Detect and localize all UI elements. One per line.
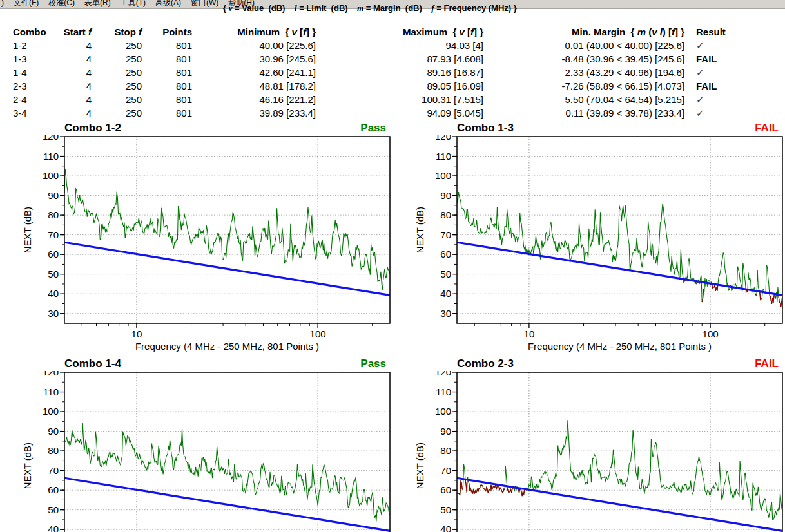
- next-plot: 1201101009080706050403010100Frequency (4…: [392, 371, 784, 532]
- legend-line: { v = Value (dB) l = Limit (dB) m = Marg…: [223, 3, 517, 14]
- chart-row-top: Combo 1-2 Pass 1201101009080706050403010…: [0, 121, 785, 353]
- cell-start_f: 4: [59, 93, 92, 106]
- cell-result: ✓: [684, 39, 740, 52]
- chart-status-badge: Pass: [360, 357, 386, 370]
- svg-text:70: 70: [48, 229, 59, 240]
- cell-min_margin: 2.33 (43.29 < 40.96) [194.6]: [483, 66, 684, 79]
- table-row: 2-4425080146.16 [221.2]100.31 [7.515]5.5…: [13, 93, 785, 106]
- cell-maximum: 89.16 [16.87]: [316, 66, 483, 79]
- svg-text:90: 90: [440, 190, 451, 201]
- column-header: Maximum { v [f] }: [316, 25, 483, 39]
- column-header: Combo: [13, 25, 59, 39]
- column-header: Points: [142, 25, 192, 39]
- cell-stop_f: 250: [92, 79, 142, 93]
- svg-text:70: 70: [48, 465, 59, 476]
- chart-title: Combo 1-4: [64, 357, 121, 370]
- cell-combo: 2-3: [13, 79, 59, 93]
- menu-item[interactable]: 窗口(W): [191, 0, 218, 8]
- menu-item[interactable]: 文件(F): [14, 0, 39, 8]
- cell-combo: 1-4: [13, 66, 59, 79]
- svg-text:10: 10: [131, 328, 142, 339]
- svg-text:30: 30: [440, 308, 451, 319]
- menu-item[interactable]: 表单(R): [84, 0, 111, 8]
- table-row: 1-2425080140.00 [225.6]94.03 [4]0.01 (40…: [13, 39, 785, 52]
- next-plot: 1201101009080706050403010100Frequency (4…: [392, 135, 784, 353]
- cell-stop_f: 250: [92, 93, 142, 106]
- cell-minimum: 46.16 [221.2]: [192, 93, 316, 106]
- cell-maximum: 94.03 [4]: [316, 39, 483, 52]
- svg-text:80: 80: [440, 445, 451, 456]
- x-axis-label: Frequency (4 MHz - 250 MHz, 801 Points ): [135, 341, 319, 352]
- svg-text:100: 100: [310, 328, 326, 339]
- app-window: )文件(F)校准(C)表单(R)工具(T)高级(A)窗口(W)帮助(H) { v…: [0, 0, 785, 532]
- y-axis-label: NEXT (dB): [22, 207, 33, 253]
- svg-text:50: 50: [48, 269, 59, 280]
- svg-text:70: 70: [440, 229, 451, 240]
- y-axis-label: NEXT (dB): [414, 442, 425, 489]
- cell-min_margin: 0.11 (39.89 < 39.78) [233.4]: [483, 106, 684, 120]
- cell-start_f: 4: [59, 66, 92, 79]
- cell-points: 801: [142, 39, 192, 52]
- cell-minimum: 42.60 [241.1]: [192, 66, 316, 79]
- menu-item[interactable]: 工具(T): [121, 0, 146, 8]
- cell-combo: 1-3: [13, 52, 59, 66]
- svg-text:90: 90: [440, 426, 451, 437]
- svg-text:40: 40: [440, 288, 451, 299]
- cell-maximum: 89.05 [16.09]: [316, 79, 483, 93]
- cell-result: ✓: [684, 93, 740, 106]
- svg-text:100: 100: [43, 170, 59, 181]
- menu-item[interactable]: 高级(A): [155, 0, 181, 8]
- chart-title: Combo 2-3: [457, 357, 514, 370]
- column-header: Stop f: [92, 25, 142, 39]
- cell-points: 801: [142, 93, 192, 106]
- table-body: 1-2425080140.00 [225.6]94.03 [4]0.01 (40…: [13, 39, 785, 120]
- chart-header: Combo 1-2 Pass: [0, 121, 392, 135]
- svg-text:100: 100: [703, 328, 719, 339]
- cell-maximum: 87.93 [4.608]: [316, 52, 483, 66]
- svg-text:80: 80: [440, 209, 451, 220]
- cell-minimum: 30.96 [245.6]: [192, 52, 316, 66]
- svg-text:90: 90: [48, 426, 59, 437]
- svg-text:100: 100: [435, 170, 451, 181]
- table-row: 1-3425080130.96 [245.6]87.93 [4.608]-8.4…: [13, 52, 785, 66]
- svg-text:80: 80: [48, 445, 59, 456]
- chart-header: Combo 1-3 FAIL: [392, 121, 785, 135]
- cell-stop_f: 250: [92, 39, 142, 52]
- menu-item[interactable]: 校准(C): [48, 0, 75, 8]
- cell-min_margin: 5.50 (70.04 < 64.54) [5.215]: [483, 93, 684, 106]
- cell-stop_f: 250: [92, 66, 142, 79]
- svg-text:100: 100: [43, 406, 59, 417]
- cell-min_margin: -8.48 (30.96 < 39.45) [245.6]: [483, 52, 684, 66]
- svg-text:50: 50: [440, 504, 451, 515]
- column-header: Result: [684, 25, 740, 39]
- svg-text:110: 110: [43, 386, 59, 397]
- cell-maximum: 94.09 [5.045]: [316, 106, 483, 120]
- cell-points: 801: [142, 79, 192, 93]
- column-header: Start f: [59, 25, 92, 39]
- svg-text:100: 100: [435, 406, 451, 417]
- column-header: Minimum { v [f] }: [192, 25, 316, 39]
- cell-stop_f: 250: [92, 106, 142, 120]
- chart-title: Combo 1-2: [64, 122, 121, 135]
- cell-points: 801: [142, 66, 192, 79]
- svg-text:40: 40: [440, 524, 451, 532]
- cell-result: ✓: [684, 66, 740, 79]
- chart-status-badge: FAIL: [755, 357, 779, 370]
- svg-text:110: 110: [436, 386, 451, 397]
- y-axis-label: NEXT (dB): [22, 442, 33, 489]
- table-row: 3-4425080139.89 [233.4]94.09 [5.045]0.11…: [13, 106, 785, 120]
- chart-header: Combo 2-3 FAIL: [392, 357, 785, 371]
- column-header: Min. Margin { m (v l) [f] }: [483, 25, 684, 39]
- chart-header: Combo 1-4 Pass: [0, 357, 392, 371]
- next-plot: 1201101009080706050403010100Frequency (4…: [0, 371, 392, 532]
- svg-text:120: 120: [43, 371, 59, 377]
- cell-combo: 1-2: [13, 39, 59, 52]
- chart-title: Combo 1-3: [457, 122, 514, 135]
- results-table: ComboStart fStop fPointsMinimum { v [f] …: [13, 25, 785, 120]
- cell-result: FAIL: [684, 52, 740, 66]
- menu-item[interactable]: ): [1, 0, 4, 7]
- x-axis-label: Frequency (4 MHz - 250 MHz, 801 Points ): [528, 341, 712, 352]
- svg-text:70: 70: [440, 465, 451, 476]
- cell-maximum: 100.31 [7.515]: [316, 93, 483, 106]
- cell-start_f: 4: [59, 39, 92, 52]
